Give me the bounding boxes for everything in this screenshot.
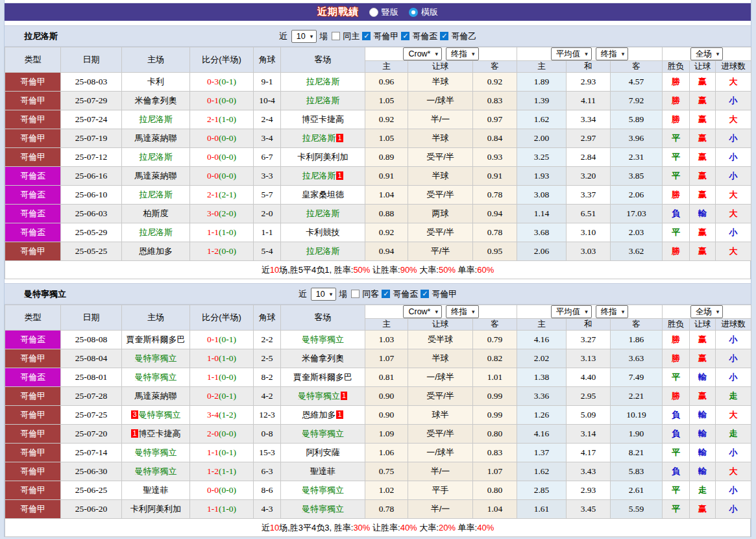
near-label: 近 [299, 288, 307, 300]
date-cell: 25-07-12 [61, 148, 122, 167]
handicap-line: 受平/半 [408, 186, 473, 205]
match-result-cell: 負 [663, 425, 690, 444]
odds-subcolumn-header: 主 [365, 61, 408, 73]
handicap-away-odds: 0.84 [473, 129, 517, 148]
home-team-cell: 聖達菲 [122, 481, 190, 500]
odds-subcolumn-header: 胜负 [663, 61, 690, 73]
date-cell: 25-08-04 [61, 349, 122, 368]
layout-option-horizontal[interactable]: 橫版 [409, 6, 438, 18]
radio-horizontal-icon[interactable] [409, 8, 418, 17]
handicap-odds-time-select[interactable]: 终指▾ [446, 47, 479, 60]
euro-odds-time-select[interactable]: 终指▾ [596, 47, 629, 60]
summary-segment: 90% [400, 265, 417, 275]
match-count-select[interactable]: 10▾ [291, 30, 317, 43]
euro-home-odds: 2.02 [517, 349, 567, 368]
odds-subcolumn-header: 主 [365, 319, 408, 331]
euro-draw-odds: 3.10 [567, 223, 611, 242]
fulltime-score: 0-2 [207, 391, 219, 401]
fulltime-score: 0-0 [207, 485, 219, 495]
date-cell: 25-07-25 [61, 406, 122, 425]
goals-result-cell: 大 [716, 462, 751, 481]
euro-draw-odds: 3.27 [567, 331, 611, 349]
euro-away-odds: 10.19 [611, 406, 663, 425]
away-team-name: 曼特寧獨立 [302, 334, 344, 344]
match-count-select[interactable]: 10▾ [311, 288, 336, 301]
column-header: 客场 [281, 305, 365, 331]
column-header: 比分(半场) [190, 47, 254, 73]
summary-segment: 让胜率: [370, 264, 400, 276]
league-filter-checkbox[interactable] [362, 32, 371, 40]
bookmaker-select[interactable]: Crow*▾ [403, 47, 442, 60]
league-filter-checkbox[interactable] [401, 32, 409, 40]
scope-select-value: 全场 [696, 49, 712, 60]
euro-home-odds: 1.61 [517, 500, 567, 519]
corner-cell: 15-3 [254, 444, 281, 462]
away-team-name: 拉尼洛斯 [302, 133, 335, 143]
euro-draw-odds: 2.93 [567, 481, 611, 500]
handicap-odds-time-select[interactable]: 终指▾ [446, 305, 479, 318]
fulltime-score: 1-2 [207, 466, 219, 476]
date-cell: 25-07-19 [61, 129, 122, 148]
league-filter-checkbox[interactable] [382, 290, 390, 298]
league-badge: 哥倫甲 [5, 444, 61, 462]
odds-subcolumn-header: 和 [567, 61, 611, 73]
home-team-name: 曼特寧獨立 [135, 353, 177, 363]
league-filter-checkbox[interactable] [440, 32, 448, 40]
handicap-result-cell: 走 [690, 481, 716, 500]
away-team-cell: 聖達菲 [281, 462, 365, 481]
league-filter-checkbox[interactable] [421, 290, 429, 298]
fulltime-score: 0-0 [207, 152, 219, 162]
chevron-down-icon: ▾ [435, 308, 439, 315]
halftime-score: (0-0) [219, 95, 236, 105]
handicap-result-cell: 赢 [690, 148, 716, 167]
euro-avg-select[interactable]: 平均值▾ [551, 47, 592, 60]
corner-cell: 8-6 [254, 481, 281, 500]
home-team-cell: 馬達萊納聯 [122, 167, 190, 186]
radio-vertical-icon[interactable] [369, 8, 378, 17]
chevron-down-icon: ▾ [716, 51, 720, 57]
euro-away-odds: 5.83 [611, 462, 663, 481]
euro-odds-time-select[interactable]: 终指▾ [596, 305, 629, 318]
euro-home-odds: 1.26 [517, 406, 567, 425]
same-venue-label: 同主 [343, 31, 360, 42]
same-venue-checkbox[interactable] [351, 290, 360, 298]
layout-option-vertical[interactable]: 豎版 [369, 6, 398, 18]
league-filter-label: 哥倫盃 [412, 31, 437, 42]
euro-draw-odds: 4.11 [567, 92, 611, 110]
goals-result-cell: 大 [716, 242, 751, 261]
home-team-cell: 恩維加多 [122, 242, 190, 261]
euro-home-odds: 3.36 [517, 387, 567, 406]
scope-select[interactable]: 全场▾ [690, 305, 724, 318]
goals-result-cell: 小 [716, 148, 751, 167]
euro-away-odds: 5.59 [611, 500, 663, 519]
euro-avg-select[interactable]: 平均值▾ [551, 305, 592, 318]
odds-group-header: 全场▾ [663, 305, 751, 319]
away-team-name: 卡利阿美利加 [298, 152, 348, 162]
home-team-cell: 曼特寧獨立 [122, 444, 190, 462]
away-team-cell: 恩維加多1 [281, 406, 365, 425]
handicap-line: 平手 [408, 481, 473, 500]
matches-label: 場 [319, 31, 328, 42]
away-team-name: 聖達菲 [310, 466, 335, 476]
bookmaker-select[interactable]: Crow*▾ [403, 305, 442, 318]
scope-select[interactable]: 全场▾ [690, 47, 724, 60]
red-card-badge: 1 [131, 429, 138, 438]
corner-cell: 10-4 [254, 92, 281, 110]
away-team-cell: 拉尼洛斯 [281, 242, 365, 261]
handicap-home-odds: 0.88 [365, 205, 408, 223]
handicap-home-odds: 1.02 [365, 481, 408, 500]
same-venue-checkbox[interactable] [332, 32, 340, 40]
odds-group-header: 全场▾ [663, 47, 751, 61]
home-team-name: 曼特寧獨立 [135, 372, 177, 382]
match-row: 哥倫甲25-05-25恩維加多1-2(0-0)5-4拉尼洛斯0.94平/半0.9… [5, 242, 751, 261]
date-cell: 25-05-29 [61, 223, 122, 242]
match-row: 哥倫盃25-06-03柏斯度3-0(2-0)2-0拉尼洛斯0.88两球0.941… [5, 205, 751, 223]
home-team-name: 曼特寧獨立 [135, 466, 177, 476]
summary-segment: 场,胜5平4负1, 胜率: [279, 264, 353, 276]
team-section: 曼特寧獨立近10▾場同客哥倫盃哥倫甲类型日期主场比分(半场)角球客场Crow*▾… [5, 283, 751, 537]
odds-group-header: Crow*▾终指▾ [365, 305, 517, 319]
corner-cell: 9-1 [254, 73, 281, 92]
fulltime-score: 0-1 [207, 334, 219, 344]
euro-draw-odds: 5.09 [567, 406, 611, 425]
handicap-home-odds: 1.04 [365, 186, 408, 205]
